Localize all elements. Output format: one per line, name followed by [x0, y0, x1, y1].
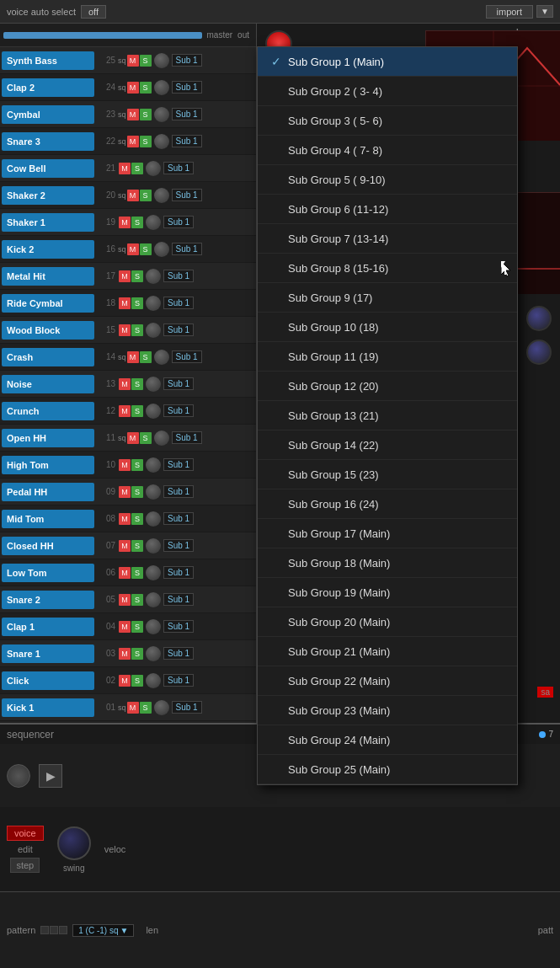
mute-button[interactable]: M	[119, 567, 131, 579]
mute-button[interactable]: M	[119, 405, 131, 417]
channel-name[interactable]: Ride Cymbal	[2, 294, 94, 313]
solo-button[interactable]: S	[131, 621, 143, 633]
subgroup-button[interactable]: Sub 1	[172, 81, 202, 94]
dropdown-item[interactable]: Sub Group 7 (13-14)	[258, 224, 517, 254]
channel-knob[interactable]	[146, 269, 161, 284]
pattern-value-display[interactable]: 1 (C -1) sq ▼	[72, 924, 134, 937]
solo-button[interactable]: S	[131, 297, 143, 309]
mute-button[interactable]: M	[119, 378, 131, 390]
dropdown-item[interactable]: Sub Group 21 (Main)	[258, 637, 517, 666]
channel-name[interactable]: Snare 1	[2, 644, 94, 663]
channel-name[interactable]: Snare 3	[2, 132, 94, 151]
dropdown-item[interactable]: Sub Group 12 (20)	[258, 372, 517, 401]
channel-name[interactable]: High Tom	[2, 456, 94, 474]
off-button[interactable]: off	[81, 5, 106, 19]
mute-button[interactable]: M	[127, 351, 139, 363]
subgroup-button[interactable]: Sub 1	[172, 189, 202, 201]
dropdown-item[interactable]: Sub Group 10 (18)	[258, 313, 517, 342]
channel-name[interactable]: Mid Tom	[2, 510, 94, 528]
channel-knob[interactable]	[146, 646, 161, 661]
mute-button[interactable]: M	[119, 594, 131, 606]
solo-button[interactable]: S	[131, 567, 143, 579]
subgroup-button[interactable]: Sub 1	[172, 701, 202, 714]
channel-name[interactable]: Crash	[2, 348, 94, 366]
dropdown-item[interactable]: Sub Group 16 (24)	[258, 489, 517, 519]
channel-name[interactable]: Snare 2	[2, 591, 94, 609]
channel-knob[interactable]	[154, 350, 169, 365]
subgroup-button[interactable]: Sub 1	[172, 108, 202, 120]
channel-name[interactable]: Cymbal	[2, 105, 94, 124]
solo-button[interactable]: S	[131, 405, 143, 417]
solo-button[interactable]: S	[140, 351, 152, 363]
import-dropdown-arrow[interactable]: ▼	[536, 5, 553, 18]
subgroup-button[interactable]: Sub 1	[163, 539, 194, 552]
channel-knob[interactable]	[154, 188, 169, 203]
solo-button[interactable]: S	[140, 190, 152, 201]
channel-name[interactable]: Shaker 2	[2, 186, 94, 205]
subgroup-button[interactable]: Sub 1	[172, 431, 202, 444]
subgroup-button[interactable]: Sub 1	[163, 216, 194, 228]
subgroup-button[interactable]: Sub 1	[163, 404, 194, 417]
dropdown-item[interactable]: Sub Group 11 (19)	[258, 342, 517, 372]
dropdown-item[interactable]: Sub Group 4 ( 7- 8)	[258, 136, 517, 165]
mute-button[interactable]: M	[119, 270, 131, 282]
solo-button[interactable]: S	[131, 594, 143, 606]
subgroup-button[interactable]: Sub 1	[163, 458, 194, 471]
mute-button[interactable]: M	[127, 702, 139, 714]
dropdown-item[interactable]: Sub Group 22 (Main)	[258, 666, 517, 696]
channel-name[interactable]: Closed HH	[2, 537, 94, 555]
channel-knob[interactable]	[146, 323, 161, 338]
subgroup-button[interactable]: Sub 1	[163, 647, 194, 660]
master-progress-bar[interactable]	[3, 32, 202, 39]
dropdown-item[interactable]: Sub Group 15 (23)	[258, 460, 517, 489]
subgroup-button[interactable]: Sub 1	[163, 485, 194, 498]
channel-name[interactable]: Clap 1	[2, 618, 94, 636]
veloc-label[interactable]: veloc	[104, 844, 126, 854]
small-knob-1[interactable]	[526, 306, 552, 331]
mute-button[interactable]: M	[119, 540, 131, 552]
dropdown-item[interactable]: Sub Group 17 (Main)	[258, 519, 517, 548]
channel-name[interactable]: Clap 2	[2, 78, 94, 97]
dropdown-item[interactable]: Sub Group 3 ( 5- 6)	[258, 106, 517, 136]
channel-knob[interactable]	[146, 511, 161, 527]
channel-name[interactable]: Crunch	[2, 402, 94, 420]
subgroup-button[interactable]: Sub 1	[163, 566, 194, 579]
channel-knob[interactable]	[146, 538, 161, 554]
channel-knob[interactable]	[154, 431, 169, 446]
solo-button[interactable]: S	[140, 82, 152, 94]
mute-button[interactable]: M	[119, 513, 131, 525]
channel-knob[interactable]	[146, 404, 161, 419]
channel-knob[interactable]	[146, 457, 161, 473]
channel-knob[interactable]	[146, 296, 161, 311]
channel-knob[interactable]	[146, 673, 161, 688]
mute-button[interactable]: M	[119, 297, 131, 309]
channel-name[interactable]: Cow Bell	[2, 159, 94, 178]
solo-button[interactable]: S	[131, 648, 143, 660]
channel-name[interactable]: Click	[2, 671, 94, 690]
channel-knob[interactable]	[146, 619, 161, 634]
mute-button[interactable]: M	[127, 243, 139, 255]
mute-button[interactable]: M	[127, 190, 139, 201]
swing-knob[interactable]	[57, 826, 91, 860]
dropdown-item[interactable]: Sub Group 18 (Main)	[258, 548, 517, 578]
dropdown-item[interactable]: Sub Group 14 (22)	[258, 431, 517, 460]
channel-name[interactable]: Low Tom	[2, 564, 94, 582]
channel-knob[interactable]	[146, 484, 161, 500]
dropdown-item[interactable]: Sub Group 6 (11-12)	[258, 195, 517, 224]
channel-name[interactable]: Pedal HH	[2, 483, 94, 501]
subgroup-button[interactable]: Sub 1	[172, 54, 202, 67]
solo-button[interactable]: S	[140, 702, 152, 714]
dropdown-item[interactable]: ✓ Sub Group 1 (Main)	[258, 47, 517, 77]
subgroup-button[interactable]: Sub 1	[163, 297, 194, 309]
channel-knob[interactable]	[154, 80, 169, 95]
dropdown-item[interactable]: Sub Group 24 (Main)	[258, 725, 517, 755]
small-knob-2[interactable]	[526, 340, 552, 365]
solo-button[interactable]: S	[131, 378, 143, 390]
channel-name[interactable]: Wood Block	[2, 321, 94, 340]
subgroup-button[interactable]: Sub 1	[163, 324, 194, 336]
step-button[interactable]: step	[10, 858, 40, 873]
solo-button[interactable]: S	[131, 540, 143, 552]
channel-knob[interactable]	[154, 242, 169, 257]
dropdown-item[interactable]: Sub Group 19 (Main)	[258, 578, 517, 607]
channel-knob[interactable]	[146, 215, 161, 230]
